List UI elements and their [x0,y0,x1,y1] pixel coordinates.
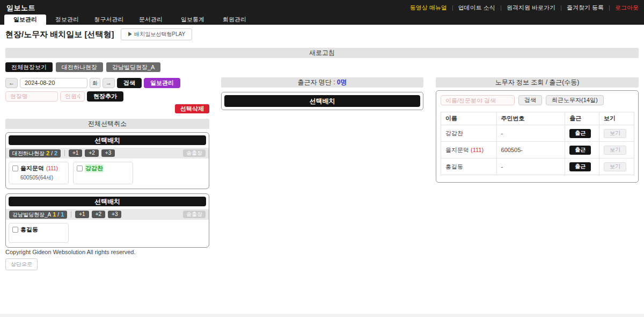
worker-name: 강감찬 [85,164,104,172]
date-controls: ← 화 → 검색 일보관리 [5,77,209,88]
play-tutorial-button[interactable]: ▶ 배치일보선택형PLAY [121,28,193,40]
attend-button[interactable]: 출근 [569,162,591,171]
tab-document-management[interactable]: 문서관리 [130,15,172,25]
attend-button[interactable]: 출근 [569,146,591,155]
ilbo-management-button[interactable]: 일보관리 [144,78,180,88]
view-button[interactable]: 보기 [604,162,626,171]
checkbox[interactable] [12,227,18,233]
attendee-count: 0명 [337,78,347,86]
chip-line: 강감찬 [77,164,129,172]
cancel-all-selection-bar[interactable]: 전체선택취소 [5,119,209,129]
site-count-badge: 대전하나현장 2 / 2 [9,149,61,157]
top-link-logout[interactable]: 로그아웃 [615,4,639,12]
delete-row: 선택삭제 [5,104,209,113]
count-separator: / [51,149,53,157]
worker-chip[interactable]: 을지문덕 (111) 600505(64세) [9,162,69,184]
tab-info-management[interactable]: 정보관리 [46,15,88,25]
filter-site-daejeon-button[interactable]: 대전하나현장 [56,62,103,72]
footer: Copyright Gideon Websolution All rights … [5,249,136,270]
headcount-input[interactable] [60,91,85,102]
attend-button[interactable]: 출근 [569,129,591,138]
site-badge-name: 대전하나현장 [12,149,45,157]
assign-selected-button[interactable]: 선택배치 [9,135,206,145]
date-input[interactable] [20,78,87,88]
recent-workers-button[interactable]: 최근노무자(14일) [546,95,604,105]
site-card-gangnam: 선택배치 강남빌딩현장_A 1 / 1 +1 +2 +3 송출장 홍길 [5,193,209,248]
delete-selected-button[interactable]: 선택삭제 [175,104,209,113]
col-view: 보기 [599,112,634,125]
horizontal-scrollbar[interactable] [0,314,644,317]
worker-chip[interactable]: 강감찬 [73,162,133,184]
divider [71,211,71,218]
add-plus3-button[interactable]: +3 [108,211,121,218]
table-row: 홍길동 - 출근 보기 [441,158,634,175]
count-total: 1 [61,211,64,219]
title-row: 현장/노무자 배치일보 [선택형] ▶ 배치일보선택형PLAY [5,28,192,40]
scroll-to-top-button[interactable]: 상단으로 [5,258,38,270]
worker-jumin-cell: - [496,158,565,175]
col-name: 이름 [441,112,497,125]
assign-selected-button[interactable]: 선택배치 [224,95,420,107]
view-button[interactable]: 보기 [604,129,626,138]
top-link-video-manual[interactable]: 동영상 매뉴얼 [410,4,447,12]
refresh-bar[interactable]: 새로고침 [5,48,639,58]
attend-cell: 출근 [565,125,599,142]
tab-ilbo-management[interactable]: 일보관리 [4,15,46,25]
worker-jumin-cell: 600505- [496,142,565,158]
add-site-row: 현장추가 [5,91,209,102]
search-button[interactable]: 검색 [117,78,142,88]
send-site-badge[interactable]: 송출장 [183,211,206,218]
tab-ilbo-stats[interactable]: 일보통계 [172,15,214,25]
filter-site-gangnam-button[interactable]: 강남빌딩현장_A [106,62,160,72]
add-plus1-button[interactable]: +1 [75,211,89,218]
attend-cell: 출근 [565,142,599,158]
count-total: 2 [54,149,57,157]
main-nav: 일보관리 정보관리 청구서관리 문서관리 일보통계 회원관리 [4,15,255,25]
view-cell: 보기 [599,142,634,158]
worker-name-cell: 강감찬 [441,125,497,142]
worker-lookup-header: 노무자 정보 조회 / 출근(수동) [436,77,639,88]
divider [561,5,561,11]
add-plus3-button[interactable]: +3 [101,149,115,157]
attendee-list-header: 출근자 명단 : 0명 [221,77,423,88]
site-card-daejeon: 선택배치 대전하나현장 2 / 2 +1 +2 +3 송출장 을지문덕 [5,132,209,189]
worker-chip[interactable]: 홍길동 [9,223,69,243]
top-link-bookmark[interactable]: 즐겨찾기 등록 [567,4,604,12]
view-cell: 보기 [599,125,634,142]
add-site-button[interactable]: 현장추가 [87,91,123,102]
site-name-input[interactable] [5,91,58,102]
worker-search-button[interactable]: 검색 [518,95,542,105]
checkbox[interactable] [77,165,83,171]
worker-search-row: 검색 최근노무자(14일) [441,95,634,105]
attendee-list-label: 출근자 명단 : [297,78,336,86]
tab-member-management[interactable]: 회원관리 [214,15,255,25]
count-current: 2 [46,149,49,157]
card-subrow: 대전하나현장 2 / 2 +1 +2 +3 송출장 [6,148,209,158]
worker-name: 강감찬 [445,130,463,136]
top-link-update-news[interactable]: 업데이트 소식 [458,4,495,12]
worker-search-input[interactable] [441,95,515,105]
assign-selected-button[interactable]: 선택배치 [9,197,206,206]
table-row: 을지문덕 (111) 600505- 출근 보기 [441,142,634,158]
checkbox[interactable] [12,165,18,171]
add-plus1-button[interactable]: +1 [69,149,82,157]
chip-line: 홍길동 [12,226,65,234]
add-plus2-button[interactable]: +2 [92,211,105,218]
tab-invoice-management[interactable]: 청구서관리 [88,15,130,25]
worker-code: (111) [46,165,58,171]
send-site-badge[interactable]: 송출장 [183,149,206,157]
filter-all-sites-button[interactable]: 전체현장보기 [5,62,53,72]
prev-day-button[interactable]: ← [5,78,18,88]
next-day-button[interactable]: → [103,78,115,88]
worker-name: 홍길동 [445,163,463,170]
worker-chip-list: 홍길동 [6,220,209,247]
weekday-label: 화 [90,78,100,88]
top-link-remote-support[interactable]: 원격지원 바로가기 [507,4,555,12]
col-jumin: 주민번호 [496,112,565,125]
worker-name-cell: 홍길동 [441,158,497,175]
attendee-assign-box: 선택배치 [221,92,423,110]
app-logo[interactable]: 일보노트 [6,3,35,13]
worker-lookup-box: 검색 최근노무자(14일) 이름 주민번호 출근 보기 강감찬 - [436,90,639,183]
view-button[interactable]: 보기 [604,146,626,155]
add-plus2-button[interactable]: +2 [85,149,98,157]
